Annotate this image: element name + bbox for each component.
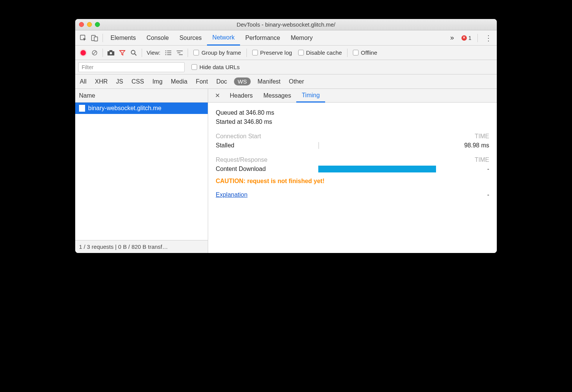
divider (347, 49, 348, 57)
type-manifest[interactable]: Manifest (256, 77, 282, 86)
filter-input[interactable]: Filter (78, 62, 185, 72)
request-response-header: Request/Response TIME (216, 156, 489, 163)
tab-performance[interactable]: Performance (240, 30, 286, 46)
detail-tab-timing[interactable]: Timing (296, 89, 325, 103)
requests-sidebar: Name binary-websocket.glitch.me 1 / 3 re… (75, 89, 208, 253)
devtools-window: DevTools - binary-websocket.glitch.me/ E… (75, 19, 497, 253)
tab-elements[interactable]: Elements (105, 30, 141, 46)
tab-memory[interactable]: Memory (285, 30, 318, 46)
status-bar: 1 / 3 requests | 0 B / 820 B transf… (75, 240, 208, 253)
checkbox-icon (191, 64, 197, 70)
divider (246, 49, 247, 57)
request-name: binary-websocket.glitch.me (88, 105, 161, 112)
explanation-link[interactable]: Explanation (216, 191, 248, 198)
close-detail-icon[interactable]: ✕ (210, 92, 224, 99)
explanation-value: - (451, 191, 489, 198)
svg-rect-6 (109, 50, 112, 52)
content-download-value: - (451, 166, 489, 172)
type-all[interactable]: All (78, 77, 88, 86)
close-window-button[interactable] (79, 22, 84, 27)
type-filter-row: All XHR JS CSS Img Media Font Doc WS Man… (75, 74, 497, 89)
tab-console[interactable]: Console (141, 30, 174, 46)
content-area: Name binary-websocket.glitch.me 1 / 3 re… (75, 89, 497, 253)
error-indicator[interactable]: 1 (458, 35, 475, 41)
conn-start-label: Connection Start (216, 133, 261, 140)
request-row[interactable]: binary-websocket.glitch.me (75, 103, 208, 114)
type-media[interactable]: Media (169, 77, 189, 86)
main-tabs: Elements Console Sources Network Perform… (105, 30, 446, 46)
detail-tab-messages[interactable]: Messages (258, 89, 296, 103)
main-tabs-bar: Elements Console Sources Network Perform… (75, 30, 497, 46)
type-xhr[interactable]: XHR (93, 77, 109, 86)
stalled-value: 98.98 ms (451, 142, 489, 149)
screenshots-icon[interactable] (105, 47, 117, 58)
disable-cache-label: Disable cache (306, 49, 342, 56)
minimize-window-button[interactable] (87, 22, 92, 27)
group-by-frame-checkbox[interactable]: Group by frame (190, 49, 244, 56)
svg-line-4 (93, 51, 96, 54)
disable-cache-checkbox[interactable]: Disable cache (295, 49, 345, 56)
kebab-menu-icon[interactable]: ⋮ (480, 33, 497, 43)
tab-sources[interactable]: Sources (174, 30, 207, 46)
divider (103, 34, 103, 42)
stalled-tick (318, 142, 319, 149)
checkbox-icon (252, 50, 258, 55)
svg-rect-2 (94, 37, 98, 41)
offline-checkbox[interactable]: Offline (350, 49, 380, 56)
hide-data-urls-checkbox[interactable]: Hide data URLs (188, 64, 243, 70)
detail-panel: ✕ Headers Messages Timing Queued at 346.… (208, 89, 497, 253)
caution-text: CAUTION: request is not finished yet! (216, 178, 489, 185)
divider (103, 49, 103, 57)
stalled-row: Stalled 98.98 ms (216, 142, 489, 149)
svg-line-9 (135, 54, 137, 55)
request-list: binary-websocket.glitch.me (75, 103, 208, 240)
stalled-label: Stalled (216, 142, 292, 149)
content-download-row: Content Download - (216, 166, 489, 172)
record-button[interactable] (77, 47, 89, 58)
queued-line: Queued at 346.80 ms (216, 109, 489, 116)
filter-placeholder: Filter (82, 64, 93, 70)
hide-data-urls-label: Hide data URLs (199, 64, 240, 70)
inspect-element-icon[interactable] (77, 32, 89, 44)
view-label: View: (144, 49, 163, 56)
titlebar: DevTools - binary-websocket.glitch.me/ (75, 19, 497, 30)
divider (142, 49, 142, 57)
large-rows-icon[interactable] (163, 47, 174, 58)
type-js[interactable]: JS (115, 77, 125, 86)
overview-icon[interactable] (174, 47, 185, 58)
filter-icon[interactable] (117, 47, 128, 58)
explanation-row: Explanation - (216, 191, 489, 198)
checkbox-icon (298, 50, 304, 55)
clear-button[interactable] (89, 47, 100, 58)
type-img[interactable]: Img (151, 77, 164, 86)
zoom-window-button[interactable] (95, 22, 100, 27)
started-line: Started at 346.80 ms (216, 119, 489, 125)
stalled-bar-area (292, 142, 451, 149)
error-icon (461, 35, 467, 41)
search-icon[interactable] (128, 47, 139, 58)
preserve-log-checkbox[interactable]: Preserve log (249, 49, 295, 56)
connection-start-header: Connection Start TIME (216, 133, 489, 140)
more-tabs-chevron-icon[interactable]: » (446, 34, 458, 42)
type-doc[interactable]: Doc (215, 77, 228, 86)
type-ws[interactable]: WS (234, 77, 251, 85)
device-toolbar-icon[interactable] (89, 32, 100, 44)
detail-tab-headers[interactable]: Headers (224, 89, 258, 103)
detail-tabs: ✕ Headers Messages Timing (208, 89, 497, 103)
detail-body: Queued at 346.80 ms Started at 346.80 ms… (208, 103, 497, 253)
status-text: 1 / 3 requests | 0 B / 820 B transf… (79, 243, 168, 250)
checkbox-icon (193, 50, 199, 55)
req-resp-label: Request/Response (216, 156, 267, 163)
traffic-lights (79, 22, 100, 27)
window-title: DevTools - binary-websocket.glitch.me/ (75, 21, 497, 28)
type-font[interactable]: Font (194, 77, 209, 86)
preserve-log-label: Preserve log (260, 49, 292, 56)
type-css[interactable]: CSS (130, 77, 145, 86)
checkbox-icon (353, 50, 359, 55)
content-download-label: Content Download (216, 166, 292, 172)
name-column-header[interactable]: Name (75, 89, 208, 103)
type-other[interactable]: Other (288, 77, 306, 86)
content-download-bar-area (292, 166, 451, 172)
content-download-bar (318, 166, 436, 172)
tab-network[interactable]: Network (207, 30, 240, 46)
